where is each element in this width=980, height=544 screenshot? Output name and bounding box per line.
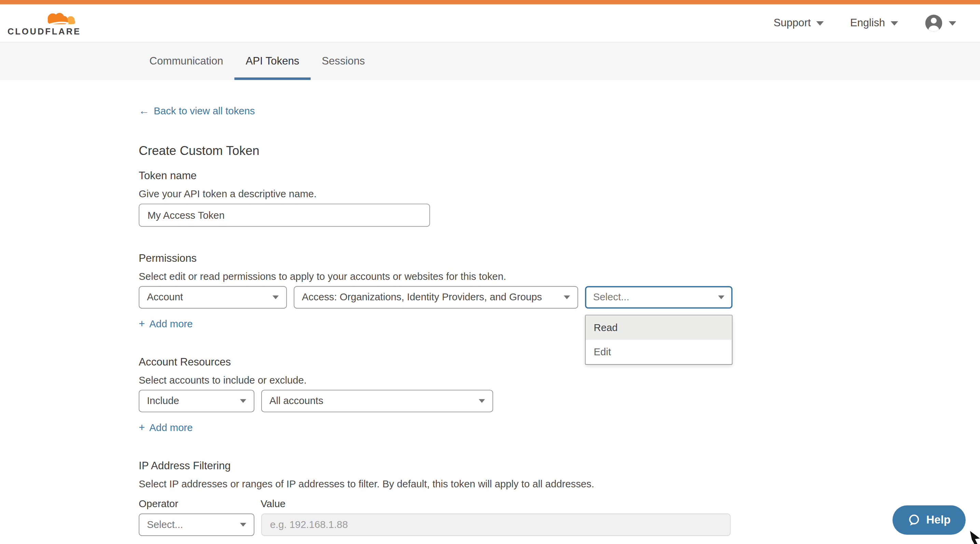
ip-filtering-description: Select IP addresses or ranges of IP addr…: [138, 478, 980, 490]
tab-label: Sessions: [322, 55, 365, 68]
ip-value-input[interactable]: [261, 514, 731, 536]
ip-operator-placeholder: Select...: [147, 519, 189, 530]
cloudflare-dashboard-page: CLOUDFLARE Support English: [0, 0, 980, 544]
chevron-down-icon: [240, 399, 246, 403]
chevron-down-icon: [718, 295, 724, 299]
plus-icon: +: [138, 422, 145, 434]
permissions-description: Select edit or read permissions to apply…: [138, 271, 980, 282]
permission-level-select[interactable]: Select...: [585, 286, 732, 309]
chevron-down-icon: [240, 523, 246, 527]
token-name-input[interactable]: [138, 204, 430, 227]
page-title: Create Custom Token: [138, 143, 980, 158]
top-accent-bar: [0, 0, 980, 5]
account-menu[interactable]: [924, 14, 956, 32]
header: CLOUDFLARE Support English: [0, 5, 980, 43]
resource-mode-select[interactable]: Include: [138, 390, 255, 412]
language-menu-label: English: [850, 17, 885, 29]
permission-group-select[interactable]: Access: Organizations, Identity Provider…: [294, 286, 578, 309]
resource-accounts-value: All accounts: [269, 395, 329, 407]
ip-filtering-row: Select...: [138, 514, 980, 536]
language-menu[interactable]: English: [850, 17, 898, 29]
chevron-down-icon: [479, 399, 485, 403]
permission-scope-select[interactable]: Account: [138, 286, 287, 309]
support-menu[interactable]: Support: [773, 17, 824, 29]
ip-operator-select[interactable]: Select...: [138, 514, 255, 536]
permission-level-menu: Read Edit: [585, 315, 732, 365]
plus-icon: +: [138, 318, 145, 331]
back-to-tokens-link[interactable]: ← Back to view all tokens: [138, 105, 255, 117]
tab-label: API Tokens: [246, 55, 299, 68]
cloudflare-cloud-icon: [42, 11, 78, 27]
token-name-description: Give your API token a descriptive name.: [138, 188, 980, 200]
add-more-label: Add more: [149, 318, 192, 331]
resource-accounts-select[interactable]: All accounts: [261, 390, 493, 412]
token-name-heading: Token name: [138, 169, 980, 182]
cloudflare-wordmark: CLOUDFLARE: [8, 28, 81, 36]
account-resources-add-more-link[interactable]: + Add more: [138, 422, 192, 434]
chat-bubble-icon: [908, 514, 921, 527]
add-more-label: Add more: [149, 422, 192, 434]
chevron-down-icon: [272, 295, 278, 299]
tab-communication[interactable]: Communication: [138, 42, 235, 80]
permission-scope-value: Account: [147, 292, 189, 303]
main-content: ← Back to view all tokens Create Custom …: [0, 80, 980, 536]
chevron-down-icon: [564, 295, 570, 299]
back-link-label: Back to view all tokens: [154, 105, 255, 117]
tab-label: Communication: [149, 55, 223, 68]
mouse-cursor: [969, 531, 980, 544]
ip-filtering-labels: Operator Value: [138, 498, 980, 510]
value-label: Value: [261, 498, 285, 510]
permissions-row: Account Access: Organizations, Identity …: [138, 286, 980, 309]
menu-option-edit[interactable]: Edit: [585, 340, 732, 364]
help-button[interactable]: Help: [892, 506, 966, 535]
permission-level-select-wrap: Select... Read Edit: [585, 286, 732, 309]
help-button-label: Help: [926, 514, 951, 527]
chevron-down-icon: [948, 21, 956, 25]
header-right-cluster: Support English: [773, 14, 956, 32]
profile-tab-bar: Communication API Tokens Sessions: [0, 42, 980, 80]
permission-group-value: Access: Organizations, Identity Provider…: [302, 292, 548, 303]
tab-sessions[interactable]: Sessions: [310, 42, 376, 80]
resource-mode-value: Include: [147, 395, 185, 407]
permissions-heading: Permissions: [138, 252, 980, 265]
operator-label: Operator: [138, 498, 255, 510]
chevron-down-icon: [816, 21, 824, 25]
support-menu-label: Support: [773, 17, 811, 29]
permission-level-placeholder: Select...: [593, 292, 635, 303]
account-resources-row: Include All accounts: [138, 390, 980, 412]
chevron-down-icon: [891, 21, 898, 25]
tab-api-tokens[interactable]: API Tokens: [235, 42, 311, 80]
permissions-add-more-link[interactable]: + Add more: [138, 318, 192, 331]
account-resources-description: Select accounts to include or exclude.: [138, 374, 980, 386]
user-avatar-icon: [924, 14, 943, 32]
ip-filtering-heading: IP Address Filtering: [138, 459, 980, 472]
menu-option-read[interactable]: Read: [585, 316, 732, 339]
cloudflare-logo[interactable]: CLOUDFLARE: [8, 11, 81, 35]
back-arrow-icon: ←: [138, 105, 149, 117]
active-tab-underline: [235, 78, 311, 80]
account-resources-heading: Account Resources: [138, 355, 980, 368]
